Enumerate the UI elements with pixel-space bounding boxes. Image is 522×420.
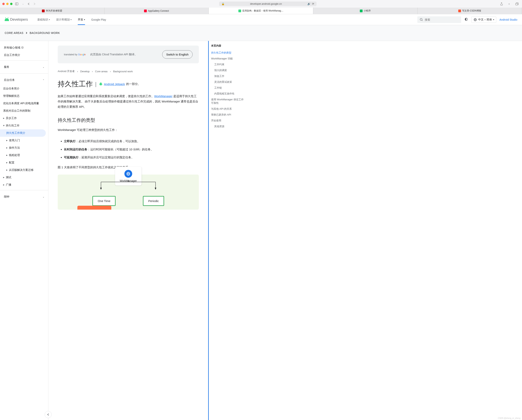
sidebar-item-broadcast[interactable]: ▸广播 [0, 181, 48, 188]
sidebar-section-services[interactable]: 服务 ⌄ [0, 62, 48, 72]
android-studio-link[interactable]: Android Studio [499, 18, 517, 21]
chevron-right-icon: › [110, 70, 111, 73]
sidebar-item[interactable]: ▸从旧版解决方案迁移 [0, 166, 48, 174]
sidebar-item[interactable]: 系统对后台工作的限制 [0, 107, 48, 114]
connector-lines [95, 180, 161, 190]
sidebar-item-persistent[interactable]: ▾持久性工作 [0, 122, 48, 129]
breadcrumb-item[interactable]: Background work [113, 70, 132, 73]
language-selector[interactable]: 中文 – 简体 ▾ [471, 16, 497, 23]
new-tab-icon[interactable]: + [507, 2, 511, 6]
browser-tabs: 华为开发者联盟AppGallery Connect应用架构：数据层 - 使用 W… [0, 8, 522, 14]
sidebar-icon[interactable] [14, 2, 20, 5]
toc-item[interactable]: 加急工作 [211, 73, 244, 79]
toc-item[interactable]: 灵活的重试政策 [211, 79, 244, 85]
reload-icon[interactable]: ⟳ [312, 2, 314, 5]
address-bar[interactable]: 🔒 developer.android.google.cn 🔊 ⟳ [219, 1, 316, 6]
sound-icon[interactable]: 🔊 [307, 2, 310, 5]
sidebar-item[interactable]: ▸线程处理 [0, 151, 48, 159]
chevron-down-icon: ▾ [84, 18, 85, 21]
back-button[interactable] [26, 2, 31, 5]
diagram-onetime-node: One Time [92, 196, 115, 206]
sidebar-item-all-core[interactable]: 所有核心领域 🖸 [0, 44, 48, 52]
sidebar-section-bg-tasks[interactable]: 后台任务 ⌃ [0, 75, 48, 85]
sidebar-item[interactable]: 持久性工作简介 [0, 129, 46, 137]
search-input[interactable] [425, 18, 459, 21]
favicon [360, 9, 362, 12]
sidebar-section-alarm[interactable]: 闹钟 ⌄ [0, 192, 48, 202]
toc-item[interactable]: 与其他 API 的关系 [211, 106, 244, 112]
toc-item[interactable]: 内置线程互操作性 [211, 91, 244, 97]
browser-tab[interactable]: 写文章-CSDN博客 [417, 8, 522, 14]
svg-rect-2 [515, 3, 518, 5]
language-label: 中文 – 简体 [478, 18, 492, 22]
jetpack-badge: Android Jetpack 的一部分。 [99, 82, 141, 86]
sidebar-item[interactable]: ▸使用入门 [0, 137, 48, 144]
share-icon[interactable] [499, 2, 504, 6]
content-area: translated by Google 此页面由 Cloud Translat… [48, 41, 522, 420]
toc-item[interactable]: 持久性工作的类型 [211, 50, 244, 56]
svg-rect-10 [102, 83, 102, 85]
browser-tab[interactable]: AppGallery Connect [105, 8, 209, 14]
page-heading: 持久性工作 [58, 79, 93, 89]
divider [0, 190, 48, 190]
switch-to-english-button[interactable]: Switch to English [162, 50, 192, 59]
toc-item[interactable]: 其他资源 [211, 123, 244, 129]
list-item: 长时间运行的任务：运行时间可能较长（可能超过 10 分钟）的任务。 [64, 145, 199, 153]
breadcrumb-item[interactable]: Android 开发者 [58, 69, 75, 73]
breadcrumb-item[interactable]: CORE AREAS [5, 31, 23, 35]
search-icon [420, 18, 423, 22]
toc-item[interactable]: 使用 WorkManager 保证工作可靠性 [211, 97, 244, 106]
sidebar-item-async[interactable]: ▸异步工作 [0, 114, 48, 122]
top-nav-item[interactable]: 开发▾ [78, 15, 85, 25]
maximize-window-button[interactable] [10, 3, 13, 5]
toc-item[interactable]: 替换已废弃的 API [211, 112, 244, 118]
toc-item[interactable]: 工作链 [211, 85, 244, 91]
top-nav-item[interactable]: 基础知识▾ [37, 15, 50, 25]
toc-item[interactable]: 开始使用 [211, 118, 244, 123]
chevron-down-icon: ▾ [493, 18, 494, 21]
sidebar-item[interactable]: 管理唤醒状态 [0, 92, 48, 100]
favicon [458, 9, 461, 12]
toc-item[interactable]: WorkManager 功能 [211, 56, 244, 61]
jetpack-link[interactable]: Android Jetpack [104, 82, 125, 86]
chevron-down-icon[interactable]: ⌄ [21, 3, 25, 5]
minimize-window-button[interactable] [6, 3, 8, 5]
sidebar-item[interactable]: 后台任务简介 [0, 85, 48, 92]
sidebar-item[interactable]: ▸操作方法 [0, 144, 48, 151]
breadcrumb-item[interactable]: Develop [80, 70, 90, 73]
collapse-sidebar-button[interactable] [45, 411, 52, 418]
section-heading: 持久性工作的类型 [58, 117, 199, 123]
logo[interactable]: Developers [5, 17, 28, 22]
diagram-periodic-node: Periodic [143, 196, 164, 206]
watermark: CSDN @sheng_er_sheng [498, 417, 521, 419]
close-window-button[interactable] [2, 3, 5, 5]
url-text: developer.android.google.cn [226, 2, 306, 5]
browser-tab[interactable]: 华为开发者联盟 [0, 8, 105, 14]
browser-chrome: ⌄ 🔒 developer.android.google.cn 🔊 ⟳ + 华为… [0, 0, 522, 14]
top-nav: 基础知识▾设计和规划▾开发▾Google Play [37, 15, 106, 25]
sidebar-item[interactable]: 优化任务调度 API 的电池用量 [0, 100, 48, 107]
content-breadcrumb: Android 开发者›Develop›Core areas›Backgroun… [58, 69, 199, 73]
theme-toggle-icon[interactable] [464, 17, 468, 22]
chevron-down-icon: ▾ [49, 18, 50, 21]
android-icon [99, 82, 103, 86]
top-nav-item[interactable]: Google Play [91, 15, 106, 25]
expand-icon: ▸ [6, 153, 8, 157]
toc-item[interactable]: 强大的调度 [211, 68, 244, 73]
breadcrumb-item[interactable]: BACKGROUND WORK [30, 31, 60, 35]
browser-tab[interactable]: 小程序 [313, 8, 418, 14]
browser-tab[interactable]: 应用架构：数据层 - 使用 WorkManag… [209, 8, 313, 14]
forward-button[interactable] [32, 2, 37, 5]
sidebar-item-testing[interactable]: ▸测试 [0, 174, 48, 181]
search-box[interactable] [417, 16, 461, 23]
tabs-icon[interactable] [514, 2, 520, 6]
breadcrumb-item[interactable]: Core areas [95, 70, 107, 73]
favicon [238, 9, 241, 12]
top-nav-item[interactable]: 设计和规划▾ [56, 15, 71, 25]
sidebar-item[interactable]: ▸配置 [0, 159, 48, 166]
favicon [42, 9, 45, 12]
toc-item[interactable]: 工作约束 [211, 61, 244, 68]
toc-title: 本页内容 [211, 44, 244, 47]
sidebar-item-bg-intro[interactable]: 后台工作简介 [0, 52, 48, 59]
workmanager-link[interactable]: WorkManager [154, 95, 172, 98]
